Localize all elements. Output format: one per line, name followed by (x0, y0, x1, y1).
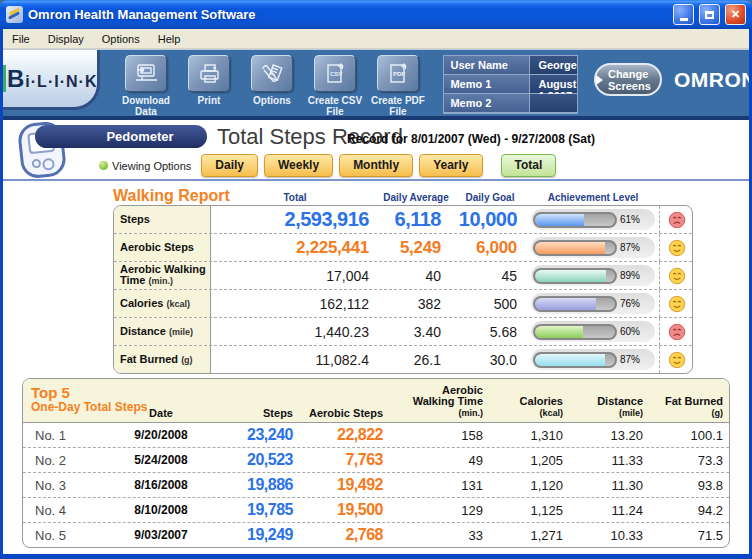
row-label: Steps (114, 206, 211, 233)
user-info-panel: User NameGeorgeMemo 1August 1 2007Memo 2 (443, 55, 578, 114)
aerobic-steps-value: 19,500 (301, 501, 391, 519)
aerobic-walking-time-value: 33 (391, 528, 491, 543)
achievement-percent: 76% (620, 298, 640, 309)
maximize-button[interactable] (699, 4, 720, 25)
user-panel-label: Memo 1 (444, 75, 530, 94)
steps-value: 19,249 (216, 526, 301, 544)
achievement-cell: 76% (529, 293, 659, 314)
top5-title: Top 5 (31, 385, 106, 401)
tab-weekly[interactable]: Weekly (264, 154, 333, 177)
toolbar-button-create-csv-file[interactable]: CSVCreate CSV File (303, 54, 366, 117)
top5-col-distance: Distance(mile) (571, 396, 651, 419)
menu-item-file[interactable]: File (3, 31, 39, 47)
window-frame: FileDisplayOptionsHelp Bi·L·I·N·K Downlo… (0, 29, 752, 559)
tab-daily[interactable]: Daily (201, 154, 258, 177)
walking-report-row: Aerobic Steps2,225,4415,2496,00087% (114, 233, 692, 261)
progress-track (533, 212, 617, 228)
toolbar-buttons: Download DataPrintOptionsCSVCreate CSV F… (114, 50, 429, 117)
fat-burned-value: 100.1 (651, 428, 730, 443)
top5-col-aerobic-steps: Aerobic Steps (301, 408, 391, 419)
daily-average-value: 382 (381, 296, 453, 312)
toolbar-button-label: Create CSV File (303, 95, 366, 117)
achievement-percent: 61% (620, 214, 640, 225)
user-panel-value: George (530, 56, 577, 75)
happy-face-icon (659, 346, 693, 373)
aerobic-steps-value: 2,768 (301, 526, 391, 544)
rank-label: No. 4 (23, 503, 106, 518)
date-value: 9/20/2008 (106, 428, 216, 442)
achievement-meter: 87% (531, 349, 655, 370)
daily-average-value: 40 (381, 268, 453, 284)
toolbar-button-label: Options (240, 95, 303, 106)
toolbar-button-create-pdf-file[interactable]: PDFCreate PDF File (366, 54, 429, 117)
svg-text:CSV: CSV (330, 71, 342, 77)
happy-face-icon (659, 234, 693, 261)
change-screens-button[interactable]: Change Screens (594, 63, 662, 96)
change-screens-label: Change Screens (608, 68, 660, 92)
tab-monthly[interactable]: Monthly (339, 154, 413, 177)
walking-report-row: Fat Burned (g)11,082.426.130.087% (114, 345, 692, 373)
toolbar-button-options[interactable]: Options (240, 54, 303, 117)
achievement-meter: 61% (531, 209, 655, 230)
minimize-button[interactable] (673, 4, 694, 25)
user-panel-label: User Name (444, 56, 530, 75)
menu-item-help[interactable]: Help (149, 31, 190, 47)
rank-label: No. 1 (23, 428, 106, 443)
minimize-icon (680, 18, 688, 21)
row-label: Calories (kcal) (114, 290, 211, 317)
total-value: 2,225,441 (211, 238, 381, 258)
achievement-meter: 89% (531, 265, 655, 286)
achievement-cell: 60% (529, 321, 659, 342)
progress-track (533, 240, 617, 256)
total-value: 162,112 (211, 296, 381, 312)
user-panel-row: Memo 2 (444, 94, 577, 113)
tab-yearly[interactable]: Yearly (419, 154, 482, 177)
toolbar-button-print[interactable]: Print (177, 54, 240, 117)
row-label: Aerobic Steps (114, 234, 211, 261)
achievement-meter: 60% (531, 321, 655, 342)
calories-value: 1,271 (491, 528, 571, 543)
top5-header: Top 5 One-Day Total Steps DateStepsAerob… (23, 379, 729, 423)
date-value: 8/16/2008 (106, 478, 216, 492)
calories-value: 1,125 (491, 503, 571, 518)
top5-row: No. 19/20/200823,24022,8221581,31013.201… (23, 423, 729, 447)
achievement-percent: 60% (620, 326, 640, 337)
tab-total[interactable]: Total (501, 154, 557, 177)
progress-fill (535, 242, 605, 254)
record-range: Record for 8/01/2007 (Wed) - 9/27/2008 (… (347, 132, 595, 146)
toolbar-button-label: Print (177, 95, 240, 106)
walking-report-header: Walking Report Total Daily Average Daily… (113, 184, 693, 205)
bilink-b-mark: B (3, 65, 25, 92)
fat-burned-value: 73.3 (651, 453, 730, 468)
view-tabs: DailyWeeklyMonthlyYearlyTotal (201, 154, 562, 177)
pedometer-header: Pedometer Total Steps Record Record for … (3, 120, 749, 181)
walking-report-row: Calories (kcal)162,11238250076% (114, 289, 692, 317)
achievement-cell: 87% (529, 349, 659, 370)
close-button[interactable]: ✕ (725, 4, 746, 25)
top5-col-steps: Steps (216, 408, 301, 419)
svg-text:PDF: PDF (393, 71, 405, 77)
menu-item-options[interactable]: Options (93, 31, 149, 47)
walking-report-row: Distance (mile)1,440.233.405.6860% (114, 317, 692, 345)
steps-value: 20,523 (216, 451, 301, 469)
app-icon (6, 6, 23, 23)
toolbar-button-download-data[interactable]: Download Data (114, 54, 177, 117)
user-panel-label: Memo 2 (444, 94, 530, 113)
bilink-logo: Bi·L·I·N·K (3, 50, 100, 110)
walking-report-table: Steps2,593,9166,11810,00061%Aerobic Step… (113, 205, 693, 374)
daily-goal-value: 6,000 (453, 238, 529, 258)
total-value: 2,593,916 (211, 208, 381, 231)
aerobic-walking-time-value: 131 (391, 478, 491, 493)
progress-fill (535, 214, 584, 226)
distance-value: 11.30 (571, 478, 651, 493)
achievement-percent: 87% (620, 354, 640, 365)
col-daily-goal: Daily Goal (452, 192, 528, 205)
print-icon (188, 55, 230, 92)
rank-label: No. 2 (23, 453, 106, 468)
daily-goal-value: 500 (453, 296, 529, 312)
walking-report-row: Aerobic Walking Time (min.)17,004404589% (114, 261, 692, 289)
row-label: Aerobic Walking Time (min.) (114, 262, 211, 289)
menu-item-display[interactable]: Display (39, 31, 93, 47)
achievement-meter: 87% (531, 237, 655, 258)
aerobic-walking-time-value: 49 (391, 453, 491, 468)
